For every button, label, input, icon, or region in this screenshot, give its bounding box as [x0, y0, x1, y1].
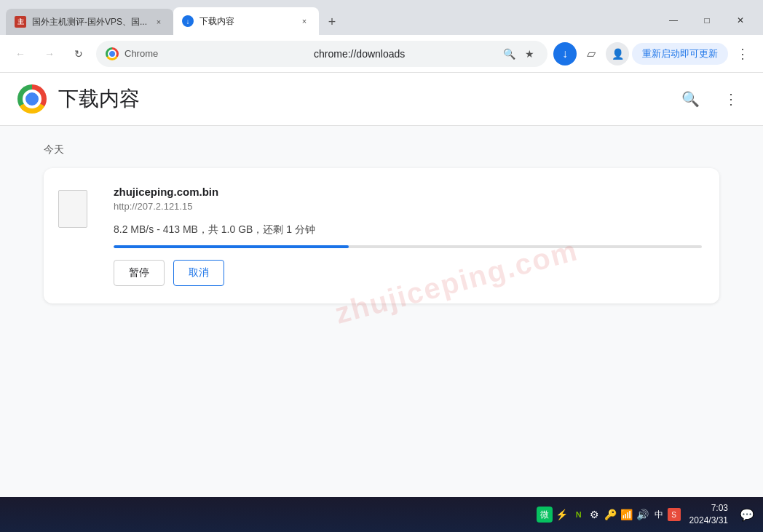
cancel-button[interactable]: 取消 — [173, 260, 224, 286]
downloads-list: 今天 zhujiceping.com.bin http://207.2.121.… — [0, 126, 763, 321]
clock-time: 7:03 — [689, 502, 728, 515]
chrome-logo-icon — [106, 47, 119, 60]
active-tab-favicon — [182, 15, 194, 27]
address-chrome-label: Chrome — [124, 48, 305, 59]
address-url: chrome://downloads — [314, 48, 494, 60]
progress-bar-container — [114, 245, 702, 248]
file-icon-body — [58, 190, 87, 228]
minimize-button[interactable]: — — [657, 9, 690, 32]
close-button[interactable]: ✕ — [724, 9, 757, 32]
downloads-header: 下载内容 🔍 ⋮ — [0, 73, 763, 126]
sidebar-toggle-btn[interactable]: ▱ — [580, 42, 603, 65]
file-icon — [55, 188, 90, 229]
ime-icon[interactable]: 中 — [652, 507, 666, 522]
address-bar[interactable]: Chrome chrome://downloads 🔍 ★ — [96, 41, 547, 67]
address-bar-icons: 🔍 ★ — [500, 45, 538, 63]
header-more-button[interactable]: ⋮ — [716, 84, 746, 114]
system-tray: 微 ⚡ N ⚙ 🔑 📶 🔊 中 S — [537, 507, 681, 523]
bookmark-icon[interactable]: ★ — [521, 45, 538, 63]
taskbar: 微 ⚡ N ⚙ 🔑 📶 🔊 中 S 7:03 2024/3/31 💬 — [0, 497, 763, 532]
header-search-button[interactable]: 🔍 — [676, 84, 705, 114]
app-icon-2[interactable]: 🔑 — [604, 507, 618, 522]
network-icon[interactable]: 📶 — [620, 507, 634, 522]
active-tab-title: 下载内容 — [199, 15, 293, 28]
page-content: zhujiceping.com 下载内容 🔍 ⋮ 今天 zhujice — [0, 73, 763, 497]
nav-right-area: ↓ ▱ 👤 重新启动即可更新 ⋮ — [553, 42, 754, 65]
app-icon-1[interactable]: ⚙ — [588, 507, 602, 522]
download-item: zhujiceping.com.bin http://207.2.121.15 … — [44, 168, 719, 303]
inactive-tab-favicon: 主 — [15, 16, 26, 28]
maximize-button[interactable]: □ — [690, 9, 724, 32]
today-label: 今天 — [44, 143, 719, 156]
back-button[interactable]: ← — [9, 42, 32, 65]
pause-button[interactable]: 暂停 — [114, 260, 165, 286]
inactive-tab-close-btn[interactable]: × — [153, 16, 165, 28]
refresh-button[interactable]: ↻ — [67, 42, 90, 65]
tab-inactive[interactable]: 主 国外主机测评-国外VPS、国... × — [6, 9, 173, 35]
active-tab-close-btn[interactable]: × — [299, 15, 310, 27]
more-menu-button[interactable]: ⋮ — [731, 42, 754, 65]
file-url: http://207.2.121.15 — [114, 201, 702, 212]
window-controls: — □ ✕ — [657, 9, 757, 32]
chrome-logo-large-icon — [17, 84, 47, 114]
navigation-bar: ← → ↻ Chrome chrome://downloads 🔍 ★ ↓ ▱ … — [0, 35, 763, 73]
volume-icon[interactable]: 🔊 — [636, 507, 650, 522]
app-icon-3[interactable]: S — [668, 508, 681, 521]
download-info: zhujiceping.com.bin http://207.2.121.15 … — [114, 186, 702, 286]
download-indicator[interactable]: ↓ — [553, 42, 577, 65]
update-button[interactable]: 重新启动即可更新 — [632, 43, 728, 65]
clock-date: 2024/3/31 — [689, 515, 728, 527]
browser-window: 主 国外主机测评-国外VPS、国... × 下载内容 × + — □ ✕ ← →… — [0, 0, 763, 532]
taskbar-clock: 7:03 2024/3/31 — [689, 502, 728, 527]
tab-active[interactable]: 下载内容 × — [173, 7, 319, 35]
file-name: zhujiceping.com.bin — [114, 186, 702, 198]
download-actions: 暂停 取消 — [114, 260, 702, 286]
download-status: 8.2 MB/s - 413 MB，共 1.0 GB，还剩 1 分钟 — [114, 223, 702, 237]
title-bar: 主 国外主机测评-国外VPS、国... × 下载内容 × + — □ ✕ — [0, 0, 763, 35]
forward-button[interactable]: → — [38, 42, 61, 65]
inactive-tab-title: 国外主机测评-国外VPS、国... — [32, 16, 147, 28]
bluetooth-icon[interactable]: ⚡ — [554, 507, 570, 523]
progress-bar-fill — [114, 245, 349, 248]
page-title: 下载内容 — [58, 85, 664, 113]
wechat-icon[interactable]: 微 — [537, 507, 553, 523]
profile-button[interactable]: 👤 — [606, 42, 629, 65]
file-icon-area — [44, 186, 102, 229]
nvidia-icon[interactable]: N — [572, 507, 586, 522]
new-tab-button[interactable]: + — [322, 12, 342, 32]
notification-button[interactable]: 💬 — [737, 504, 757, 525]
search-icon[interactable]: 🔍 — [500, 45, 518, 63]
